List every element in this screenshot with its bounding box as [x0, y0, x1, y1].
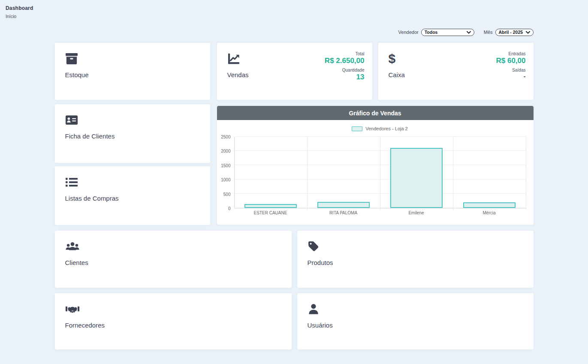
card-fornecedores[interactable]: Fornecedores [55, 293, 292, 349]
card-estoque-label: Estoque [65, 71, 202, 78]
card-usuarios-label: Usuários [308, 322, 526, 329]
bar-ester-cauane [244, 204, 297, 208]
vendedor-label: Vendedor [398, 30, 419, 35]
breadcrumb[interactable]: Início [6, 14, 588, 19]
x-axis-labels: ESTER CAUANERITA PALOMAEmileneMércia [234, 211, 526, 215]
chart-title: Gráfico de Vendas [217, 106, 534, 120]
chevron-down-icon [526, 31, 530, 34]
card-estoque[interactable]: Estoque [55, 43, 210, 100]
user-icon [308, 303, 320, 315]
page-title: Dashboard [6, 5, 588, 11]
x-tick-label: ESTER CAUANE [234, 211, 307, 215]
dashboard-content: Estoque Vendas Total R$ 2.650,00 Quantid… [55, 43, 534, 357]
chart-legend[interactable]: Vendedores - Loja 2 [234, 125, 526, 132]
chart-line-icon [227, 53, 240, 65]
mes-filter: Mês Abril - 2025 [484, 29, 534, 36]
vendas-total-value: R$ 2.650,00 [325, 56, 365, 66]
y-tick-label: 1000 [221, 177, 230, 182]
caixa-saidas-value: - [496, 72, 526, 81]
vendas-stats: Total R$ 2.650,00 Quantidade 13 [325, 51, 365, 82]
box-archive-icon [65, 53, 78, 65]
chart-body: Vendedores - Loja 2 05001000150020002500… [217, 120, 534, 215]
mes-selected-value: Abril - 2025 [499, 30, 523, 35]
vendas-quantidade-value: 13 [325, 72, 365, 82]
address-card-icon [65, 115, 78, 125]
card-produtos-label: Produtos [308, 259, 526, 266]
caixa-stats: Entradas R$ 60,00 Saídas - [496, 51, 526, 81]
y-tick-label: 2500 [221, 135, 230, 139]
caixa-entradas-value: R$ 60,00 [496, 56, 526, 66]
card-fornecedores-label: Fornecedores [65, 322, 284, 329]
vendas-total-label: Total [325, 51, 365, 56]
vendedor-filter: Vendedor Todos [398, 29, 474, 36]
card-vendas[interactable]: Vendas Total R$ 2.650,00 Quantidade 13 [217, 43, 372, 100]
card-produtos[interactable]: Produtos [297, 231, 534, 288]
legend-label: Vendedores - Loja 2 [365, 126, 407, 131]
list-icon [65, 177, 78, 187]
dollar-icon: $ [389, 52, 396, 65]
vendedor-select[interactable]: Todos [421, 29, 474, 36]
users-icon [65, 241, 80, 252]
card-ficha-de-clientes-label: Ficha de Clientes [65, 132, 202, 140]
mes-select[interactable]: Abril - 2025 [495, 29, 534, 36]
card-clientes-label: Clientes [65, 259, 284, 266]
bar-mércia [463, 202, 516, 208]
chevron-down-icon [467, 31, 471, 34]
card-caixa[interactable]: $ Caixa Entradas R$ 60,00 Saídas - [378, 43, 534, 100]
y-tick-label: 1500 [221, 163, 230, 168]
card-usuarios[interactable]: Usuários [297, 293, 534, 349]
chart-plot [234, 137, 526, 208]
x-tick-label: Emilene [380, 211, 453, 215]
filters-row: Vendedor Todos Mês Abril - 2025 [55, 28, 534, 36]
handshake-icon [65, 304, 80, 315]
x-tick-label: Mércia [453, 211, 526, 215]
y-axis: 05001000150020002500 [217, 137, 234, 208]
legend-swatch [352, 126, 362, 131]
tag-icon [308, 241, 320, 253]
page-header: Dashboard Início [0, 0, 588, 19]
y-tick-label: 0 [228, 206, 231, 211]
y-tick-label: 2000 [221, 149, 230, 153]
v-gridline [526, 137, 526, 210]
y-tick-label: 500 [223, 192, 231, 196]
vendas-quantidade-label: Quantidade [325, 68, 365, 72]
mes-label: Mês [484, 30, 493, 35]
vendedor-selected-value: Todos [425, 30, 438, 35]
card-clientes[interactable]: Clientes [55, 231, 292, 288]
caixa-entradas-label: Entradas [496, 51, 526, 56]
card-listas-de-compras-label: Listas de Compras [65, 195, 202, 202]
card-listas-de-compras[interactable]: Listas de Compras [55, 166, 210, 225]
sales-chart-panel: Gráfico de Vendas Vendedores - Loja 2 05… [217, 106, 534, 225]
x-tick-label: RITA PALOMA [307, 211, 380, 215]
bar-rita-paloma [317, 202, 370, 208]
bar-emilene [390, 148, 443, 208]
card-ficha-de-clientes[interactable]: Ficha de Clientes [55, 104, 210, 163]
caixa-saidas-label: Saídas [496, 68, 526, 72]
